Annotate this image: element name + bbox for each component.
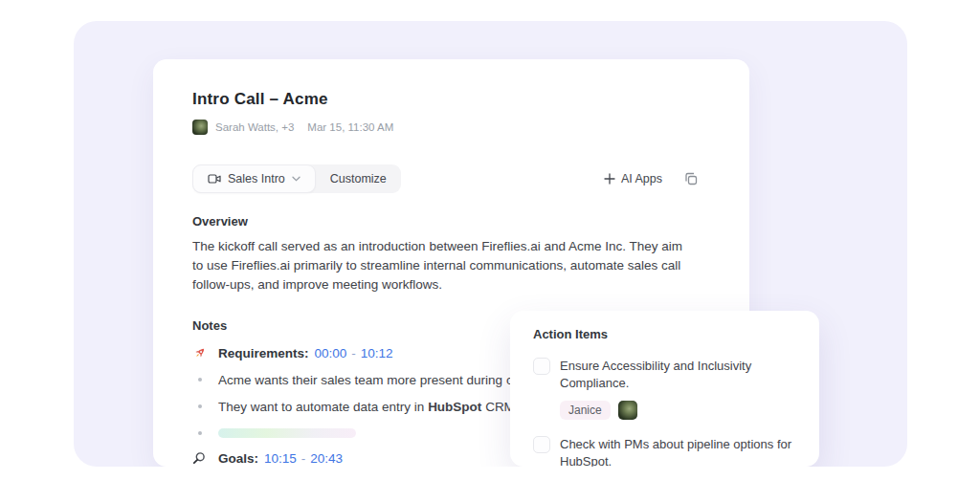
- action-item-checkbox[interactable]: [533, 436, 550, 453]
- timestamp-link-start[interactable]: 00:00: [315, 346, 347, 360]
- video-camera-icon: [208, 173, 221, 185]
- bullet-text: They want to automate data entry in HubS…: [218, 400, 515, 414]
- participants-label: Sarah Watts, +3: [215, 121, 294, 133]
- ai-apps-label: AI Apps: [621, 172, 662, 185]
- copy-icon: [683, 171, 699, 186]
- assignee-row: Janice: [560, 400, 796, 421]
- assignee-tag[interactable]: Janice: [560, 401, 611, 420]
- bullet-dot: [198, 431, 202, 435]
- bullet-dot: [198, 404, 202, 408]
- timestamp-separator: -: [351, 346, 356, 360]
- meeting-type-label: Sales Intro: [228, 172, 285, 185]
- page-title: Intro Call – Acme: [192, 89, 710, 110]
- organizer-avatar: [192, 120, 208, 135]
- toolbar-right: AI Apps: [604, 171, 710, 186]
- lavender-panel: Intro Call – Acme Sarah Watts, +3 Mar 15…: [74, 21, 907, 467]
- goals-label: Goals:: [218, 451, 258, 466]
- timestamp-link-end[interactable]: 10:12: [361, 346, 393, 360]
- bullet-dot: [198, 378, 202, 382]
- action-item: Check with PMs about pipeline options fo…: [533, 436, 796, 467]
- timestamp-separator: -: [301, 451, 306, 466]
- overview-heading: Overview: [192, 213, 710, 229]
- requirements-label: Requirements:: [218, 346, 309, 360]
- ai-apps-button[interactable]: AI Apps: [604, 172, 662, 185]
- bullet-bold-text: HubSpot: [428, 400, 481, 414]
- meeting-meta: Sarah Watts, +3 Mar 15, 11:30 AM: [192, 120, 710, 135]
- meeting-datetime: Mar 15, 11:30 AM: [307, 121, 393, 133]
- bullet-text: Acme wants their sales team more present…: [218, 373, 532, 387]
- magnifier-icon: [192, 451, 206, 465]
- note-type-group: Sales Intro Customize: [192, 164, 401, 193]
- customize-label: Customize: [330, 172, 387, 185]
- rocket-icon: [192, 346, 207, 360]
- timestamp-link-end[interactable]: 20:43: [310, 451, 343, 466]
- redacted-text-bar: [218, 428, 356, 438]
- plus-icon: [604, 173, 615, 185]
- meeting-type-dropdown[interactable]: Sales Intro: [192, 164, 316, 193]
- action-item-text: Check with PMs about pipeline options fo…: [560, 436, 796, 467]
- action-item: Ensure Accessibility and Inclusivity Com…: [533, 358, 796, 421]
- assignee-avatar: [618, 401, 637, 420]
- overview-text: The kickoff call served as an introducti…: [192, 237, 682, 295]
- customize-button[interactable]: Customize: [316, 164, 401, 193]
- action-items-card: Action Items Ensure Accessibility and In…: [510, 311, 819, 467]
- action-item-text: Ensure Accessibility and Inclusivity Com…: [560, 358, 796, 392]
- action-item-checkbox[interactable]: [533, 358, 550, 375]
- timestamp-link-start[interactable]: 10:15: [264, 451, 297, 466]
- action-items-heading: Action Items: [533, 326, 796, 342]
- copy-button[interactable]: [683, 171, 699, 186]
- chevron-down-icon: [292, 176, 301, 182]
- note-toolbar: Sales Intro Customize: [192, 164, 710, 193]
